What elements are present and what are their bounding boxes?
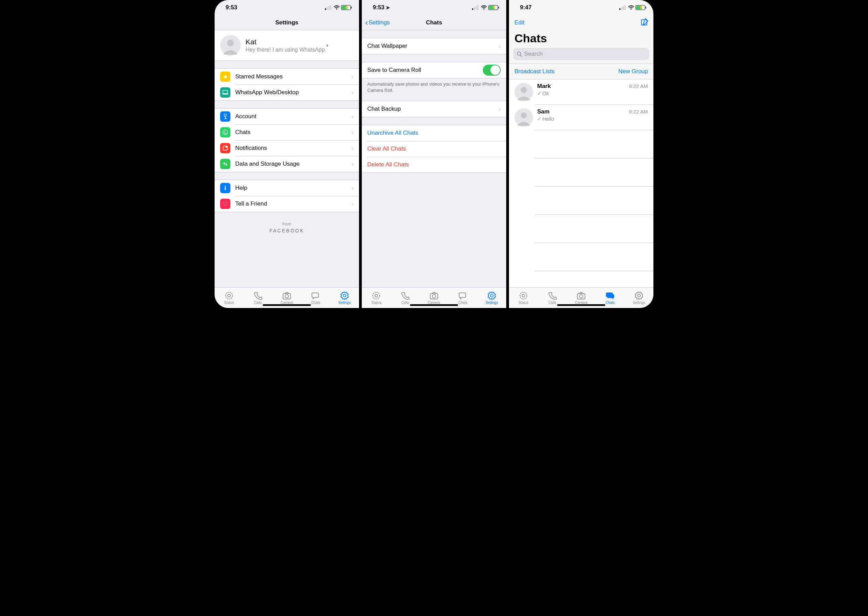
page-title: Settings <box>275 19 298 26</box>
notifications-row[interactable]: Notifications › <box>215 140 359 156</box>
chevron-right-icon: › <box>326 42 328 49</box>
svg-point-18 <box>226 146 228 148</box>
tab-settings[interactable]: Settings <box>330 288 359 308</box>
arrows-updown-icon <box>220 159 230 169</box>
key-icon <box>220 112 230 122</box>
label: WhatsApp Web/Desktop <box>235 89 299 96</box>
chat-preview: ✓Ok <box>537 90 648 97</box>
check-icon: ✓ <box>537 116 542 122</box>
label: Unarchive All Chats <box>367 130 418 137</box>
home-indicator[interactable] <box>263 304 311 306</box>
compose-button[interactable] <box>640 18 649 27</box>
save-camera-roll-note: Automatically save photos and videos you… <box>362 79 506 93</box>
chevron-right-icon: › <box>351 129 354 136</box>
tab-settings[interactable]: Settings <box>477 288 506 308</box>
clock: 9:53 <box>226 4 237 11</box>
clock: 9:53➤ <box>373 4 390 11</box>
navbar: Edit <box>509 15 653 30</box>
tab-status[interactable]: Status <box>215 288 244 308</box>
svg-rect-12 <box>222 94 228 94</box>
label: Account <box>235 113 256 120</box>
status-bar: 9:53➤ ⚡ <box>362 0 506 15</box>
chevron-right-icon: › <box>351 145 354 152</box>
svg-point-16 <box>223 130 228 135</box>
label: Data and Storage Usage <box>235 160 300 167</box>
tab-status[interactable]: Status <box>509 288 538 308</box>
chevron-right-icon: › <box>351 89 354 96</box>
search-placeholder: Search <box>524 50 542 57</box>
label: Chat Wallpaper <box>367 42 407 49</box>
navbar: ‹Settings Chats <box>362 15 506 30</box>
data-usage-row[interactable]: Data and Storage Usage › <box>215 156 359 172</box>
profile-name: Kat <box>245 38 326 46</box>
chat-name: Mark <box>537 83 551 90</box>
search-icon <box>517 51 522 57</box>
back-button[interactable]: ‹Settings <box>365 19 390 27</box>
clear-all-row[interactable]: Clear All Chats <box>362 141 506 157</box>
status-bar: 9:53 ⚡ <box>215 0 359 15</box>
heart-icon: ♡ <box>220 199 230 209</box>
home-indicator[interactable] <box>557 304 605 306</box>
profile-status: Hey there! I am using WhatsApp. <box>245 47 326 53</box>
chevron-right-icon: › <box>351 73 354 80</box>
star-icon: ★ <box>220 71 230 82</box>
chat-wallpaper-row[interactable]: Chat Wallpaper › <box>362 38 506 54</box>
save-camera-roll-toggle[interactable] <box>483 64 501 75</box>
label: Help <box>235 185 247 192</box>
chevron-left-icon: ‹ <box>365 19 368 27</box>
cellular-icon <box>472 5 478 10</box>
chat-links-row: Broadcast Lists New Group <box>509 64 653 79</box>
chat-backup-row[interactable]: Chat Backup › <box>362 101 506 117</box>
label: Tell a Friend <box>235 200 267 207</box>
label: Chat Backup <box>367 105 401 112</box>
broadcast-lists-link[interactable]: Broadcast Lists <box>514 68 554 75</box>
screen-settings: 9:53 ⚡ Settings Kat Hey there! I am usin… <box>215 0 359 308</box>
new-group-link[interactable]: New Group <box>618 68 648 75</box>
cellular-icon <box>325 5 331 10</box>
battery-icon: ⚡ <box>488 5 498 10</box>
help-row[interactable]: i Help › <box>215 180 359 196</box>
chevron-right-icon: › <box>351 113 354 120</box>
status-bar: 9:47 ⚡ <box>509 0 653 15</box>
notification-icon <box>220 143 230 153</box>
chat-time: 9:22 AM <box>629 83 648 89</box>
chats-settings-row[interactable]: Chats › <box>215 124 359 140</box>
tab-settings[interactable]: Settings <box>624 288 653 308</box>
chat-row[interactable]: Mark9:22 AM ✓Ok <box>509 79 653 105</box>
wifi-icon <box>333 5 340 10</box>
clock: 9:47 <box>520 4 531 11</box>
edit-button[interactable]: Edit <box>514 19 524 26</box>
location-icon: ➤ <box>386 5 390 10</box>
whatsapp-icon <box>220 127 230 137</box>
chat-preview: ✓Hello <box>537 116 648 122</box>
chat-time: 9:22 AM <box>629 108 648 115</box>
cellular-icon <box>620 5 626 10</box>
label: Starred Messages <box>235 73 283 80</box>
label: Delete All Chats <box>367 161 409 168</box>
svg-rect-15 <box>225 118 226 119</box>
search-input[interactable]: Search <box>513 48 649 60</box>
chevron-right-icon: › <box>351 160 354 168</box>
tab-status[interactable]: Status <box>362 288 391 308</box>
delete-all-row[interactable]: Delete All Chats <box>362 157 506 173</box>
account-row[interactable]: Account › <box>215 108 359 124</box>
starred-messages-row[interactable]: ★ Starred Messages › <box>215 69 359 85</box>
svg-point-13 <box>224 114 226 116</box>
chevron-right-icon: › <box>498 105 501 113</box>
battery-icon: ⚡ <box>341 5 351 10</box>
tell-friend-row[interactable]: ♡ Tell a Friend › <box>215 196 359 212</box>
navbar: Settings <box>215 15 359 30</box>
avatar-icon <box>220 35 241 56</box>
label: Chats <box>235 129 250 136</box>
screen-chats-list: 9:47 ⚡ Edit Chats Search Broadcast Lists… <box>509 0 653 308</box>
home-indicator[interactable] <box>410 304 458 306</box>
label: Save to Camera Roll <box>367 67 421 74</box>
chat-list: Mark9:22 AM ✓Ok Sam9:22 AM ✓Hello <box>509 79 653 288</box>
laptop-icon <box>220 87 230 97</box>
chevron-right-icon: › <box>351 185 354 192</box>
chat-row[interactable]: Sam9:22 AM ✓Hello <box>509 105 653 130</box>
profile-row[interactable]: Kat Hey there! I am using WhatsApp. › <box>215 30 359 61</box>
webdesktop-row[interactable]: WhatsApp Web/Desktop › <box>215 85 359 101</box>
avatar-icon <box>514 108 533 127</box>
unarchive-all-row[interactable]: Unarchive All Chats <box>362 125 506 141</box>
